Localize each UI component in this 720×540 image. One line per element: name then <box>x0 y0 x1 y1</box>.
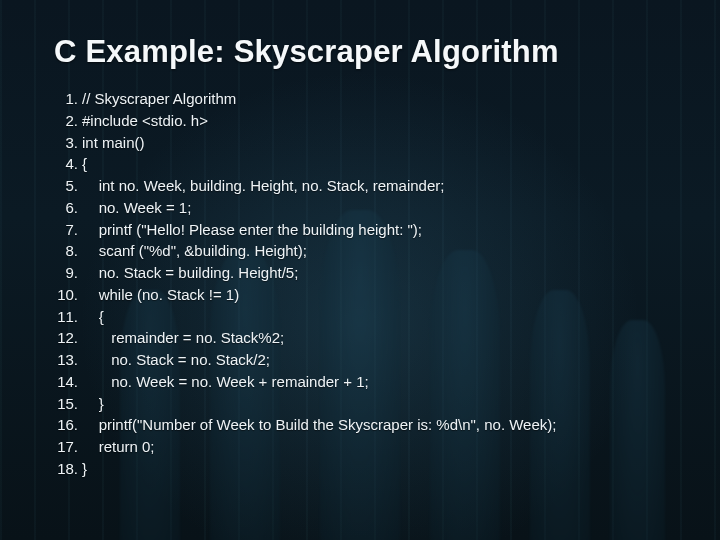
code-line-text: } <box>82 395 104 412</box>
code-line-text: printf ("Hello! Please enter the buildin… <box>82 221 422 238</box>
code-line: no. Week = no. Week + remainder + 1; <box>82 371 666 393</box>
code-line-text: no. Stack = building. Height/5; <box>82 264 298 281</box>
code-line: no. Stack = no. Stack/2; <box>82 349 666 371</box>
code-line: no. Week = 1; <box>82 197 666 219</box>
code-line: } <box>82 458 666 480</box>
code-line: printf("Number of Week to Build the Skys… <box>82 414 666 436</box>
code-line: // Skyscraper Algorithm <box>82 88 666 110</box>
slide-title: C Example: Skyscraper Algorithm <box>54 34 666 70</box>
code-line-text: { <box>82 308 104 325</box>
code-line-text: scanf ("%d", &building. Height); <box>82 242 307 259</box>
code-line-text: } <box>82 460 87 477</box>
code-line: } <box>82 393 666 415</box>
code-line: printf ("Hello! Please enter the buildin… <box>82 219 666 241</box>
code-line: { <box>82 153 666 175</box>
code-line-text: #include <stdio. h> <box>82 112 208 129</box>
slide: C Example: Skyscraper Algorithm // Skysc… <box>0 0 720 540</box>
code-line: scanf ("%d", &building. Height); <box>82 240 666 262</box>
code-line-text: int no. Week, building. Height, no. Stac… <box>82 177 444 194</box>
code-line: int no. Week, building. Height, no. Stac… <box>82 175 666 197</box>
code-line-text: return 0; <box>82 438 155 455</box>
code-line-text: while (no. Stack != 1) <box>82 286 239 303</box>
code-line-text: remainder = no. Stack%2; <box>82 329 284 346</box>
code-line-text: printf("Number of Week to Build the Skys… <box>82 416 556 433</box>
code-line: return 0; <box>82 436 666 458</box>
code-line-text: no. Stack = no. Stack/2; <box>82 351 270 368</box>
code-line-text: no. Week = 1; <box>82 199 191 216</box>
code-line-text: // Skyscraper Algorithm <box>82 90 236 107</box>
code-line-text: no. Week = no. Week + remainder + 1; <box>82 373 369 390</box>
code-line: int main() <box>82 132 666 154</box>
code-line: remainder = no. Stack%2; <box>82 327 666 349</box>
code-line-text: int main() <box>82 134 145 151</box>
code-line: #include <stdio. h> <box>82 110 666 132</box>
code-line: while (no. Stack != 1) <box>82 284 666 306</box>
code-line-text: { <box>82 155 87 172</box>
code-line: { <box>82 306 666 328</box>
code-line: no. Stack = building. Height/5; <box>82 262 666 284</box>
code-listing: // Skyscraper Algorithm#include <stdio. … <box>54 88 666 480</box>
